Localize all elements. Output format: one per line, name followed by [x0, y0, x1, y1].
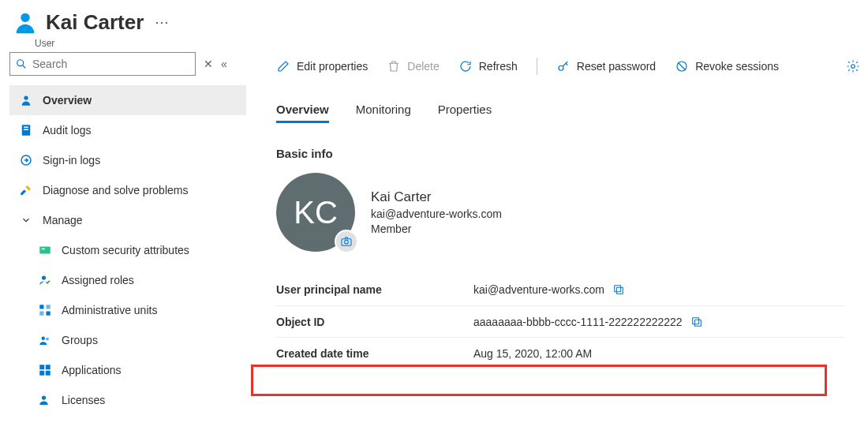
- svg-rect-5: [24, 127, 28, 129]
- svg-rect-30: [692, 317, 698, 324]
- svg-rect-14: [47, 312, 51, 316]
- svg-rect-9: [42, 249, 46, 250]
- copy-upn-button[interactable]: [612, 283, 625, 296]
- sidebar-item-label: Assigned roles: [62, 274, 134, 286]
- avatar-container: KC: [276, 173, 355, 252]
- pencil-icon: [276, 59, 290, 73]
- profile-member-type: Member: [371, 223, 502, 235]
- basic-info-heading: Basic info: [276, 147, 860, 160]
- chevron-down-icon: [17, 211, 35, 229]
- objectid-value: aaaaaaaa-bbbb-cccc-1111-222222222222: [473, 316, 683, 328]
- license-icon: [36, 391, 54, 409]
- svg-rect-29: [694, 320, 701, 326]
- copy-objectid-button[interactable]: [690, 316, 703, 328]
- svg-point-3: [24, 95, 28, 99]
- profile-display-name: Kai Carter: [371, 189, 502, 205]
- sidebar-item-label: Custom security attributes: [62, 244, 189, 256]
- cmd-label: Refresh: [479, 60, 518, 73]
- svg-point-1: [17, 60, 24, 66]
- svg-point-15: [42, 337, 46, 341]
- upn-value: kai@adventure-works.com: [473, 283, 604, 296]
- svg-rect-27: [616, 287, 623, 294]
- journal-icon: [17, 122, 35, 139]
- svg-rect-19: [39, 371, 44, 376]
- svg-point-10: [42, 275, 46, 279]
- profile-email: kai@adventure-works.com: [371, 208, 502, 220]
- separator: [537, 58, 537, 75]
- sidebar-item-manage[interactable]: Manage: [9, 205, 246, 235]
- created-label: Created date time: [276, 347, 473, 360]
- svg-rect-12: [47, 305, 51, 309]
- block-icon: [675, 59, 689, 73]
- page-subtitle: User: [35, 38, 868, 49]
- camera-icon: [340, 235, 353, 248]
- sidebar-item-licenses[interactable]: Licenses: [9, 385, 246, 415]
- revoke-sessions-button[interactable]: Revoke sessions: [675, 59, 779, 73]
- sidebar-item-label: Audit logs: [43, 124, 91, 137]
- cmd-label: Reset password: [577, 60, 656, 73]
- svg-rect-28: [615, 286, 621, 292]
- svg-rect-11: [39, 305, 43, 309]
- svg-rect-17: [39, 365, 44, 369]
- sidebar-item-label: Licenses: [62, 394, 105, 406]
- sidebar-item-applications[interactable]: Applications: [9, 355, 246, 385]
- trash-icon: [387, 59, 401, 73]
- person-check-icon: [36, 271, 54, 289]
- signin-icon: [17, 152, 35, 169]
- delete-button: Delete: [387, 59, 439, 73]
- row-object-id: Object ID aaaaaaaa-bbbb-cccc-1111-222222…: [276, 305, 844, 337]
- tools-icon: [17, 181, 35, 199]
- cmd-label: Revoke sessions: [695, 60, 779, 73]
- card-icon: [36, 241, 54, 259]
- svg-rect-20: [46, 371, 51, 376]
- svg-point-0: [21, 13, 29, 22]
- sidebar-item-label: Groups: [62, 334, 98, 346]
- sidebar-item-signin-logs[interactable]: Sign-in logs: [9, 145, 246, 175]
- sidebar-item-assigned-roles[interactable]: Assigned roles: [9, 265, 246, 295]
- tab-overview[interactable]: Overview: [276, 103, 329, 123]
- tab-properties[interactable]: Properties: [438, 103, 492, 123]
- sidebar-item-label: Administrative units: [62, 304, 157, 316]
- row-user-principal-name: User principal name kai@adventure-works.…: [276, 274, 844, 305]
- svg-point-22: [559, 65, 563, 70]
- highlight-object-id: [251, 365, 827, 396]
- apps-icon: [36, 361, 54, 379]
- reset-password-button[interactable]: Reset password: [556, 59, 656, 73]
- sidebar-item-audit-logs[interactable]: Audit logs: [9, 115, 246, 145]
- created-value: Aug 15, 2020, 12:00 AM: [473, 347, 592, 360]
- sidebar-item-custom-security[interactable]: Custom security attributes: [9, 235, 246, 265]
- settings-button[interactable]: [846, 59, 860, 73]
- sidebar-item-label: Applications: [62, 364, 122, 376]
- user-header-icon: [11, 8, 39, 36]
- cmd-label: Edit properties: [297, 60, 368, 73]
- svg-point-24: [851, 65, 855, 69]
- refresh-button[interactable]: Refresh: [458, 59, 518, 73]
- sidebar-item-admin-units[interactable]: Administrative units: [9, 295, 246, 325]
- sidebar-item-groups[interactable]: Groups: [9, 325, 246, 355]
- person-icon: [17, 92, 35, 109]
- svg-point-26: [345, 240, 349, 244]
- svg-rect-13: [39, 312, 43, 316]
- sidebar-item-label: Overview: [43, 94, 92, 107]
- sidebar-item-overview[interactable]: Overview: [9, 85, 246, 115]
- search-clear-icon[interactable]: ✕: [204, 58, 213, 70]
- refresh-icon: [458, 59, 473, 73]
- search-input-container[interactable]: [9, 52, 196, 76]
- edit-properties-button[interactable]: Edit properties: [276, 59, 368, 73]
- tab-monitoring[interactable]: Monitoring: [356, 103, 411, 123]
- gear-icon: [846, 59, 860, 73]
- svg-rect-8: [39, 247, 51, 254]
- more-icon[interactable]: ⋯: [155, 13, 170, 31]
- upn-label: User principal name: [276, 283, 473, 296]
- search-input[interactable]: [31, 57, 190, 71]
- change-photo-button[interactable]: [335, 230, 358, 253]
- cmd-label: Delete: [407, 60, 439, 73]
- svg-line-2: [23, 65, 26, 69]
- sidebar-item-label: Sign-in logs: [43, 154, 100, 166]
- sidebar-item-label: Manage: [43, 214, 83, 226]
- svg-rect-6: [24, 129, 28, 131]
- sidebar-item-diagnose[interactable]: Diagnose and solve problems: [9, 175, 246, 205]
- objectid-label: Object ID: [276, 316, 473, 328]
- collapse-sidebar-icon[interactable]: «: [221, 58, 227, 70]
- sidebar-item-label: Diagnose and solve problems: [43, 184, 188, 196]
